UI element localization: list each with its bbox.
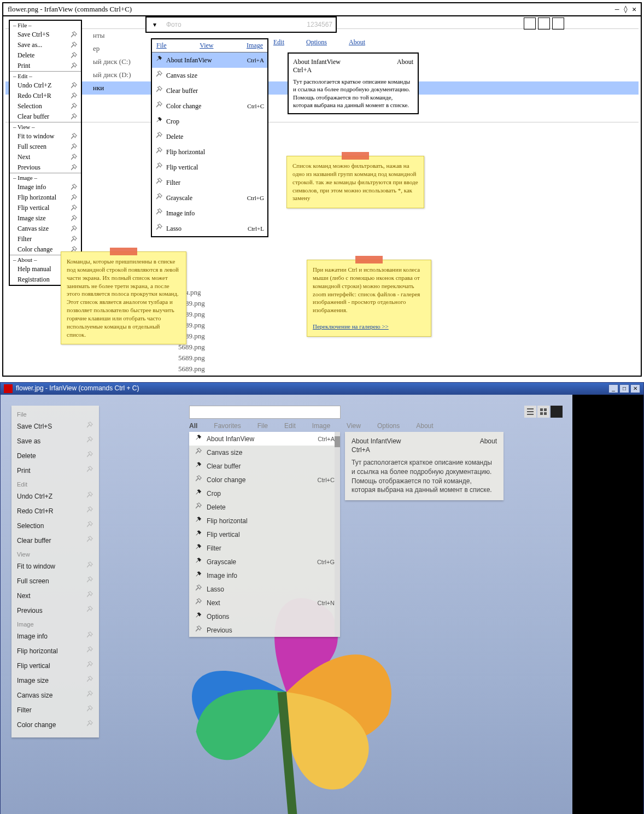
pin-icon[interactable] <box>70 194 78 202</box>
command-item[interactable]: Flip horizontal <box>189 514 340 528</box>
pin-icon[interactable] <box>195 516 202 525</box>
sidebar-item[interactable]: Image info <box>11 629 99 643</box>
sidebar-item[interactable]: Undo Ctrl+Z <box>11 489 99 503</box>
pin-icon[interactable] <box>195 584 202 594</box>
pin-icon[interactable] <box>86 576 93 585</box>
sidebar-item[interactable]: Selection <box>10 101 81 112</box>
pin-icon[interactable] <box>195 612 202 621</box>
pin-icon[interactable] <box>70 82 78 90</box>
sidebar-item[interactable]: Undo Ctrl+Z <box>10 80 81 91</box>
mock-view-mode-icons[interactable] <box>524 17 564 30</box>
pin-icon[interactable] <box>155 101 163 111</box>
maximize-button[interactable]: □ <box>619 384 629 393</box>
pin-icon[interactable] <box>195 489 202 498</box>
command-item[interactable]: About InfanViewCtrl+A <box>152 52 267 68</box>
command-item[interactable]: Clear buffer <box>152 83 267 98</box>
pin-icon[interactable] <box>195 461 202 471</box>
pin-icon[interactable] <box>86 646 93 655</box>
pin-icon[interactable] <box>155 86 163 96</box>
tab[interactable]: About <box>349 38 365 46</box>
pin-icon[interactable] <box>70 92 78 100</box>
sidebar-item[interactable]: Redo Ctrl+R <box>11 503 99 518</box>
tab[interactable]: All <box>189 422 197 430</box>
pin-icon[interactable] <box>86 436 93 446</box>
pin-icon[interactable] <box>86 676 93 685</box>
view-grid-icon[interactable] <box>537 406 549 418</box>
sidebar-item[interactable]: Flip vertical <box>11 658 99 673</box>
pin-icon[interactable] <box>86 631 93 641</box>
sidebar-item[interactable]: Clear buffer <box>11 533 99 548</box>
pin-icon[interactable] <box>70 62 78 70</box>
sidebar-item[interactable]: Save Ctrl+S <box>10 30 81 40</box>
view-large-icon[interactable] <box>552 17 564 30</box>
pin-icon[interactable] <box>70 184 78 191</box>
pin-icon[interactable] <box>70 215 78 222</box>
view-mode-switcher[interactable] <box>524 406 563 418</box>
window-controls[interactable]: — ◊ ✕ <box>615 5 636 14</box>
sidebar-item[interactable]: Image size <box>10 213 81 224</box>
command-item[interactable]: Flip vertical <box>152 160 267 175</box>
command-item[interactable]: LassoCtrl+L <box>152 221 267 236</box>
sidebar-item[interactable]: Selection <box>11 518 99 533</box>
sidebar-item[interactable]: Flip vertical <box>10 203 81 213</box>
command-item[interactable]: GrayscaleCtrl+G <box>189 555 340 569</box>
tab[interactable]: File <box>156 42 167 50</box>
close-button[interactable]: ✕ <box>630 384 640 393</box>
pin-icon[interactable] <box>155 71 163 80</box>
pin-icon[interactable] <box>70 204 78 212</box>
pin-icon[interactable] <box>86 466 93 475</box>
command-item[interactable]: Clear buffer <box>189 459 340 473</box>
tab[interactable]: About <box>416 422 433 430</box>
titlebar[interactable]: flower.jpg - IrfanView (commands Ctrl + … <box>1 383 643 395</box>
tab[interactable]: Options <box>377 422 400 430</box>
window-buttons[interactable]: _ □ ✕ <box>608 384 640 393</box>
pin-icon[interactable] <box>70 113 78 121</box>
sidebar-item[interactable]: Canvas size <box>11 688 99 702</box>
pin-icon[interactable] <box>155 116 163 126</box>
sidebar-item[interactable]: Fit to window <box>11 559 99 573</box>
command-item[interactable]: Lasso <box>189 582 340 596</box>
pin-icon[interactable] <box>155 162 163 172</box>
sidebar-item[interactable]: Previous <box>11 603 99 618</box>
command-item[interactable]: Flip horizontal <box>152 144 267 160</box>
pin-icon[interactable] <box>195 448 202 457</box>
pin-icon[interactable] <box>86 591 93 600</box>
pin-icon[interactable] <box>195 543 202 553</box>
command-item[interactable]: Canvas size <box>152 68 267 83</box>
pin-icon[interactable] <box>70 52 78 60</box>
pin-icon[interactable] <box>155 132 163 142</box>
command-item[interactable]: Previous <box>189 623 340 637</box>
view-single-icon[interactable] <box>551 406 563 418</box>
tab[interactable]: Image <box>312 422 330 430</box>
command-item[interactable]: NextCtrl+N <box>189 596 340 610</box>
sidebar-item[interactable]: Canvas size <box>10 224 81 234</box>
pin-icon[interactable] <box>195 502 202 512</box>
pin-icon[interactable] <box>155 224 163 233</box>
command-tabs[interactable]: FileViewImage <box>152 39 267 52</box>
pin-icon[interactable] <box>195 557 202 566</box>
command-item[interactable]: Flip vertical <box>189 528 340 541</box>
pin-icon[interactable] <box>86 536 93 545</box>
pin-icon[interactable] <box>70 154 78 161</box>
sidebar-item[interactable]: Save as <box>11 434 99 448</box>
sidebar-item[interactable]: Color change <box>11 717 99 732</box>
command-item[interactable]: Filter <box>189 541 340 555</box>
sidebar-item[interactable]: Fit to window <box>10 131 81 142</box>
tab[interactable]: Edit <box>284 422 296 430</box>
sidebar-item[interactable]: Flip horizontal <box>11 643 99 658</box>
command-item[interactable]: GrayscaleCtrl+G <box>152 190 267 206</box>
sidebar-item[interactable]: Save Ctrl+S <box>11 419 99 434</box>
pin-icon[interactable] <box>70 103 78 110</box>
pin-icon[interactable] <box>86 506 93 516</box>
sidebar-item[interactable]: Full screen <box>10 142 81 152</box>
sidebar-item[interactable]: Print <box>11 463 99 478</box>
pin-icon[interactable] <box>155 193 163 203</box>
sidebar-item[interactable]: Full screen <box>11 573 99 588</box>
command-search-input[interactable] <box>189 406 341 419</box>
minimize-button[interactable]: _ <box>608 384 618 393</box>
pin-icon[interactable] <box>155 208 163 218</box>
command-item[interactable]: Canvas size <box>189 446 340 459</box>
command-tabs[interactable]: AllFavoritesFileEditImageViewOptionsAbou… <box>189 422 434 430</box>
command-item[interactable]: Image info <box>189 569 340 582</box>
sidebar-item[interactable]: Image info <box>10 182 81 192</box>
